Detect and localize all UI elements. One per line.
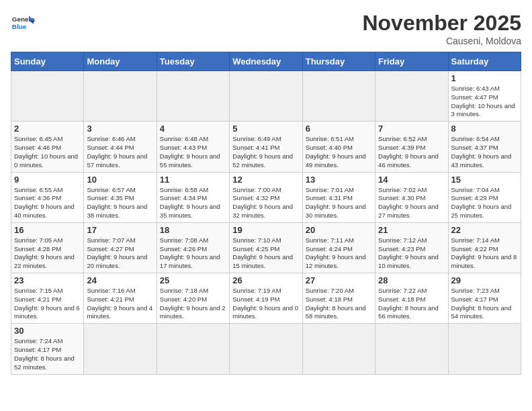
day-number: 6 (306, 124, 372, 134)
day-number: 7 (378, 124, 445, 134)
calendar-week-0: 1Sunrise: 6:43 AM Sunset: 4:47 PM Daylig… (11, 71, 521, 122)
calendar-cell: 16Sunrise: 7:05 AM Sunset: 4:28 PM Dayli… (11, 222, 84, 273)
calendar-cell: 13Sunrise: 7:01 AM Sunset: 4:31 PM Dayli… (302, 172, 375, 222)
calendar-cell: 28Sunrise: 7:22 AM Sunset: 4:18 PM Dayli… (375, 273, 448, 324)
day-info: Sunrise: 7:00 AM Sunset: 4:32 PM Dayligh… (232, 186, 299, 220)
svg-text:Blue: Blue (12, 23, 27, 30)
calendar-cell: 22Sunrise: 7:14 AM Sunset: 4:22 PM Dayli… (448, 222, 521, 273)
day-number: 13 (306, 175, 372, 185)
day-number: 28 (378, 275, 445, 285)
day-number: 24 (87, 275, 153, 285)
day-number: 11 (160, 175, 226, 185)
day-info: Sunrise: 7:02 AM Sunset: 4:30 PM Dayligh… (378, 186, 445, 220)
day-number: 9 (14, 175, 81, 185)
calendar-cell (84, 324, 157, 374)
calendar-cell (84, 71, 157, 122)
day-info: Sunrise: 6:43 AM Sunset: 4:47 PM Dayligh… (451, 85, 518, 119)
day-info: Sunrise: 6:45 AM Sunset: 4:46 PM Dayligh… (14, 135, 81, 169)
header: General Blue November 2025 Causeni, Mold… (11, 11, 521, 46)
calendar-cell: 26Sunrise: 7:19 AM Sunset: 4:19 PM Dayli… (230, 273, 302, 324)
calendar-week-1: 2Sunrise: 6:45 AM Sunset: 4:46 PM Daylig… (11, 122, 521, 172)
day-info: Sunrise: 7:23 AM Sunset: 4:17 PM Dayligh… (451, 287, 518, 321)
day-info: Sunrise: 7:18 AM Sunset: 4:20 PM Dayligh… (160, 287, 226, 321)
calendar-cell: 20Sunrise: 7:11 AM Sunset: 4:24 PM Dayli… (302, 222, 375, 273)
day-number: 14 (378, 175, 445, 185)
day-info: Sunrise: 6:54 AM Sunset: 4:37 PM Dayligh… (451, 135, 518, 169)
day-number: 15 (451, 175, 518, 185)
day-number: 23 (14, 275, 81, 285)
calendar-cell (302, 71, 375, 122)
weekday-header-row: SundayMondayTuesdayWednesdayThursdayFrid… (11, 52, 521, 71)
day-info: Sunrise: 6:57 AM Sunset: 4:35 PM Dayligh… (87, 186, 153, 220)
logo: General Blue (11, 11, 35, 35)
day-number: 2 (14, 124, 81, 134)
day-info: Sunrise: 6:51 AM Sunset: 4:40 PM Dayligh… (306, 135, 372, 169)
day-info: Sunrise: 6:58 AM Sunset: 4:34 PM Dayligh… (160, 186, 226, 220)
weekday-header-saturday: Saturday (448, 52, 521, 71)
calendar-cell: 19Sunrise: 7:10 AM Sunset: 4:25 PM Dayli… (230, 222, 302, 273)
calendar-cell (375, 71, 448, 122)
logo-icon: General Blue (11, 11, 35, 35)
location-subtitle: Causeni, Moldova (362, 36, 521, 46)
calendar-cell: 17Sunrise: 7:07 AM Sunset: 4:27 PM Dayli… (84, 222, 157, 273)
calendar-week-3: 16Sunrise: 7:05 AM Sunset: 4:28 PM Dayli… (11, 222, 521, 273)
calendar-cell (157, 71, 229, 122)
day-number: 16 (14, 225, 81, 235)
calendar-cell: 21Sunrise: 7:12 AM Sunset: 4:23 PM Dayli… (375, 222, 448, 273)
day-info: Sunrise: 7:12 AM Sunset: 4:23 PM Dayligh… (378, 236, 445, 271)
day-number: 21 (378, 225, 445, 235)
calendar-week-4: 23Sunrise: 7:15 AM Sunset: 4:21 PM Dayli… (11, 273, 521, 324)
calendar-cell: 11Sunrise: 6:58 AM Sunset: 4:34 PM Dayli… (157, 172, 229, 222)
weekday-header-friday: Friday (375, 52, 448, 71)
day-number: 22 (451, 225, 518, 235)
calendar-cell: 12Sunrise: 7:00 AM Sunset: 4:32 PM Dayli… (230, 172, 302, 222)
day-number: 18 (160, 225, 226, 235)
day-info: Sunrise: 7:15 AM Sunset: 4:21 PM Dayligh… (14, 287, 81, 321)
day-number: 12 (232, 175, 299, 185)
day-number: 26 (232, 275, 299, 285)
weekday-header-sunday: Sunday (11, 52, 84, 71)
day-info: Sunrise: 7:08 AM Sunset: 4:26 PM Dayligh… (160, 236, 226, 271)
calendar-cell (448, 324, 521, 374)
day-info: Sunrise: 7:07 AM Sunset: 4:27 PM Dayligh… (87, 236, 153, 271)
day-info: Sunrise: 6:49 AM Sunset: 4:41 PM Dayligh… (232, 135, 299, 169)
day-number: 19 (232, 225, 299, 235)
day-info: Sunrise: 6:52 AM Sunset: 4:39 PM Dayligh… (378, 135, 445, 169)
calendar-cell (375, 324, 448, 374)
title-block: November 2025 Causeni, Moldova (362, 11, 521, 46)
calendar-cell: 10Sunrise: 6:57 AM Sunset: 4:35 PM Dayli… (84, 172, 157, 222)
calendar-cell: 7Sunrise: 6:52 AM Sunset: 4:39 PM Daylig… (375, 122, 448, 172)
calendar-cell (157, 324, 229, 374)
day-number: 25 (160, 275, 226, 285)
calendar-cell: 5Sunrise: 6:49 AM Sunset: 4:41 PM Daylig… (230, 122, 302, 172)
day-number: 4 (160, 124, 226, 134)
day-info: Sunrise: 7:20 AM Sunset: 4:18 PM Dayligh… (306, 287, 372, 321)
calendar-cell: 24Sunrise: 7:16 AM Sunset: 4:21 PM Dayli… (84, 273, 157, 324)
calendar-cell: 14Sunrise: 7:02 AM Sunset: 4:30 PM Dayli… (375, 172, 448, 222)
day-info: Sunrise: 7:01 AM Sunset: 4:31 PM Dayligh… (306, 186, 372, 220)
calendar-cell: 6Sunrise: 6:51 AM Sunset: 4:40 PM Daylig… (302, 122, 375, 172)
day-info: Sunrise: 7:19 AM Sunset: 4:19 PM Dayligh… (232, 287, 299, 321)
calendar-cell: 1Sunrise: 6:43 AM Sunset: 4:47 PM Daylig… (448, 71, 521, 122)
calendar-cell: 15Sunrise: 7:04 AM Sunset: 4:29 PM Dayli… (448, 172, 521, 222)
day-info: Sunrise: 7:05 AM Sunset: 4:28 PM Dayligh… (14, 236, 81, 271)
day-number: 3 (87, 124, 153, 134)
day-info: Sunrise: 6:46 AM Sunset: 4:44 PM Dayligh… (87, 135, 153, 169)
day-info: Sunrise: 7:04 AM Sunset: 4:29 PM Dayligh… (451, 186, 518, 220)
calendar-cell: 9Sunrise: 6:55 AM Sunset: 4:36 PM Daylig… (11, 172, 84, 222)
day-info: Sunrise: 7:10 AM Sunset: 4:25 PM Dayligh… (232, 236, 299, 271)
weekday-header-wednesday: Wednesday (230, 52, 302, 71)
calendar-cell: 29Sunrise: 7:23 AM Sunset: 4:17 PM Dayli… (448, 273, 521, 324)
weekday-header-monday: Monday (84, 52, 157, 71)
calendar-cell: 25Sunrise: 7:18 AM Sunset: 4:20 PM Dayli… (157, 273, 229, 324)
weekday-header-thursday: Thursday (302, 52, 375, 71)
calendar-cell: 3Sunrise: 6:46 AM Sunset: 4:44 PM Daylig… (84, 122, 157, 172)
day-number: 17 (87, 225, 153, 235)
day-info: Sunrise: 7:14 AM Sunset: 4:22 PM Dayligh… (451, 236, 518, 271)
calendar-cell: 4Sunrise: 6:48 AM Sunset: 4:43 PM Daylig… (157, 122, 229, 172)
calendar-week-2: 9Sunrise: 6:55 AM Sunset: 4:36 PM Daylig… (11, 172, 521, 222)
day-number: 29 (451, 275, 518, 285)
day-info: Sunrise: 7:24 AM Sunset: 4:17 PM Dayligh… (14, 337, 81, 371)
weekday-header-tuesday: Tuesday (157, 52, 229, 71)
calendar-cell (230, 324, 302, 374)
